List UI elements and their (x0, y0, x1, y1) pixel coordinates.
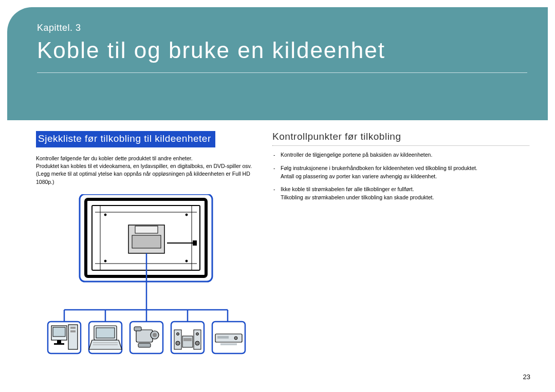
svg-point-43 (195, 341, 199, 345)
list-item: Kontroller de tilgjengelige portene på b… (272, 151, 529, 159)
svg-rect-51 (220, 343, 237, 345)
list-item: Følg instruksjonene i brukerhåndboken fo… (272, 164, 529, 181)
svg-point-4 (104, 214, 106, 216)
checkpoints-list: Kontroller de tilgjengelige portene på b… (272, 151, 529, 202)
svg-rect-49 (217, 336, 229, 339)
device-audio-system (171, 322, 204, 353)
device-camcorder (130, 322, 163, 353)
svg-point-7 (186, 260, 188, 262)
svg-rect-33 (136, 330, 153, 342)
chapter-label: Kapittel. 3 (37, 23, 527, 33)
svg-point-41 (177, 332, 179, 335)
list-item: Ikke koble til strømkabelen før alle til… (272, 185, 529, 202)
left-column: Sjekkliste før tilkobling til kildeenhet… (36, 131, 257, 366)
svg-rect-37 (138, 343, 151, 347)
device-dvd-player (212, 322, 245, 353)
svg-rect-45 (182, 336, 193, 347)
page-number: 23 (523, 373, 530, 381)
tv-port-module (128, 225, 197, 253)
svg-point-6 (104, 260, 106, 262)
svg-point-44 (196, 332, 199, 335)
device-desktop-pc (48, 322, 81, 353)
checklist-body: Kontroller følgende før du kobler dette … (36, 155, 257, 186)
checklist-heading: Sjekkliste før tilkobling til kildeenhet… (36, 131, 215, 147)
diagram-svg (44, 194, 249, 364)
svg-rect-36 (134, 327, 141, 331)
svg-rect-46 (183, 338, 192, 341)
svg-rect-12 (193, 240, 197, 246)
svg-rect-24 (70, 327, 76, 329)
svg-rect-20 (53, 327, 65, 337)
svg-point-35 (153, 333, 157, 337)
svg-rect-9 (132, 235, 161, 248)
svg-rect-22 (54, 343, 64, 345)
svg-rect-10 (135, 226, 158, 233)
page-body: Sjekkliste før tilkobling til kildeenhet… (36, 131, 529, 366)
device-laptop (89, 322, 122, 353)
connection-diagram (36, 194, 257, 366)
svg-point-5 (186, 214, 188, 216)
svg-rect-28 (96, 328, 115, 338)
svg-rect-21 (57, 340, 61, 343)
svg-point-40 (176, 341, 180, 345)
checkpoints-heading: Kontrollpunkter før tilkobling (272, 131, 529, 146)
chapter-title: Koble til og bruke en kildeenhet (37, 38, 527, 73)
svg-rect-25 (70, 330, 76, 332)
chapter-banner: Kapittel. 3 Koble til og bruke en kildee… (7, 7, 548, 120)
right-column: Kontrollpunkter før tilkobling Kontrolle… (272, 131, 529, 366)
svg-point-50 (234, 337, 237, 340)
